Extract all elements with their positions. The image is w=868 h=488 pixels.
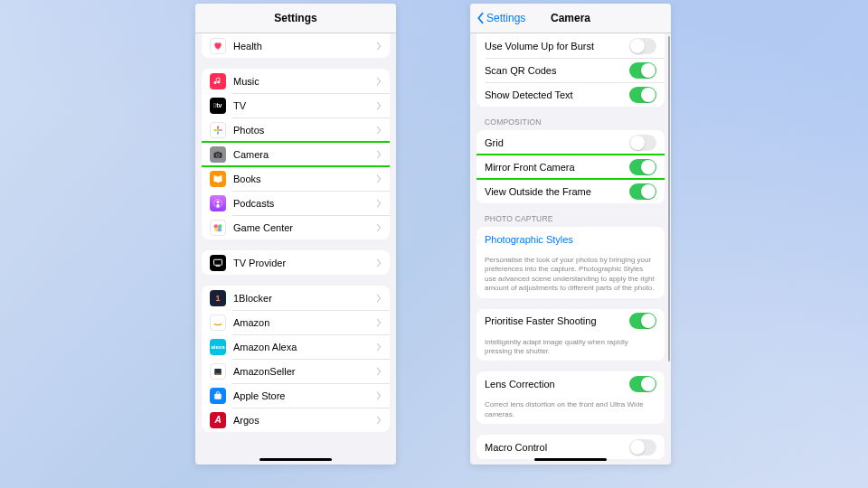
row-health[interactable]: Health — [202, 33, 390, 58]
row-label: Books — [233, 174, 376, 184]
back-label: Settings — [486, 12, 525, 24]
row-photostyles[interactable]: Photographic Styles — [476, 227, 665, 251]
chevron-right-icon — [376, 101, 382, 110]
mirror-toggle[interactable] — [629, 159, 656, 175]
back-button[interactable]: Settings — [476, 12, 525, 24]
nav-title: Settings — [274, 12, 316, 24]
qr-toggle[interactable] — [629, 62, 656, 79]
settings-group: MusictvTVPhotosCameraBooksPodcastsGame … — [202, 69, 390, 239]
chevron-right-icon — [376, 199, 382, 208]
svg-point-10 — [214, 224, 219, 229]
settings-group: Macro Control — [476, 435, 665, 459]
settings-list[interactable]: HealthMusictvTVPhotosCameraBooksPodcast… — [195, 33, 396, 465]
detectedtext-toggle[interactable] — [629, 87, 656, 103]
navbar: Settings — [195, 4, 396, 33]
row-photos[interactable]: Photos — [202, 117, 390, 142]
row-label: AmazonSeller — [233, 366, 376, 377]
row-grid[interactable]: Grid — [476, 130, 665, 155]
lenscorrect-toggle[interactable] — [629, 376, 656, 392]
row-tv[interactable]: tvTV — [202, 93, 390, 117]
outsideframe-toggle[interactable] — [629, 183, 656, 200]
macro-toggle[interactable] — [629, 439, 656, 455]
row-label: Camera — [233, 149, 376, 160]
row-label: Health — [233, 41, 376, 52]
fastershoot-toggle[interactable] — [629, 313, 656, 329]
chevron-right-icon — [376, 150, 382, 159]
row-music[interactable]: Music — [202, 69, 390, 93]
row-macro[interactable]: Macro Control — [476, 435, 665, 459]
row-fastershoot[interactable]: Prioritise Faster Shooting — [476, 309, 665, 333]
chevron-right-icon — [376, 258, 382, 267]
row-books[interactable]: Books — [202, 166, 390, 191]
row-alexa[interactable]: alexaAmazon Alexa — [202, 334, 390, 359]
music-icon — [210, 73, 226, 89]
alexa-icon: alexa — [210, 339, 226, 355]
row-outsideframe[interactable]: View Outside the Frame — [476, 179, 665, 203]
row-label: Podcasts — [233, 198, 376, 209]
row-volumeburst[interactable]: Use Volume Up for Burst — [476, 33, 665, 58]
section-header: PHOTO CAPTURE — [470, 203, 671, 227]
section-header: COMPOSITION — [470, 107, 671, 130]
svg-rect-17 — [214, 393, 222, 399]
chevron-right-icon — [376, 77, 382, 86]
row-label: Grid — [485, 137, 629, 148]
navbar: Settings Camera — [470, 4, 671, 33]
row-label: Lens Correction — [485, 379, 629, 389]
health-icon — [210, 38, 226, 54]
row-note: Intelligently adapt image quality when r… — [476, 333, 665, 361]
svg-point-3 — [213, 128, 217, 130]
gamecenter-icon — [210, 220, 226, 236]
scroll-thumb[interactable] — [668, 36, 670, 361]
row-label: 1Blocker — [233, 293, 376, 304]
settings-group: Lens CorrectionCorrect lens distortion o… — [476, 371, 665, 424]
chevron-right-icon — [376, 391, 382, 400]
grid-toggle[interactable] — [629, 135, 656, 151]
row-lenscorrect[interactable]: Lens Correction — [476, 371, 665, 396]
row-amazon[interactable]: Amazon — [202, 310, 390, 334]
settings-group: Use Volume Up for BurstScan QR CodesShow… — [476, 33, 665, 107]
row-label: Amazon Alexa — [233, 342, 376, 352]
chevron-right-icon — [376, 367, 382, 376]
books-icon — [210, 171, 226, 187]
camera-settings-list[interactable]: Use Volume Up for BurstScan QR CodesShow… — [470, 33, 671, 465]
svg-point-0 — [217, 128, 220, 131]
svg-rect-7 — [217, 151, 220, 153]
row-tvprovider[interactable]: TV Provider — [202, 250, 390, 275]
row-oneblocker[interactable]: 11Blocker — [202, 286, 390, 310]
chevron-left-icon — [476, 12, 485, 24]
nav-title: Camera — [551, 12, 590, 24]
row-argos[interactable]: AArgos — [202, 408, 390, 432]
applestore-icon — [210, 388, 226, 404]
camera-icon — [210, 146, 226, 163]
row-label: Prioritise Faster Shooting — [485, 315, 629, 326]
home-indicator[interactable] — [534, 458, 607, 461]
chevron-right-icon — [376, 42, 382, 51]
row-label: TV — [233, 100, 376, 111]
volumeburst-toggle[interactable] — [629, 38, 656, 54]
row-label: Show Detected Text — [485, 89, 629, 100]
row-camera[interactable]: Camera — [202, 142, 390, 166]
row-label: View Outside the Frame — [485, 186, 629, 197]
row-detectedtext[interactable]: Show Detected Text — [476, 82, 665, 107]
chevron-right-icon — [376, 294, 382, 303]
settings-group: Health — [202, 33, 390, 58]
scroll-track — [668, 34, 670, 378]
row-amazonseller[interactable]: AmazonSeller — [202, 359, 390, 383]
oneblocker-icon: 1 — [210, 290, 226, 306]
row-label: Apple Store — [233, 390, 376, 401]
row-label: Scan QR Codes — [485, 65, 629, 76]
settings-group: Photographic StylesPersonalise the look … — [476, 227, 665, 298]
row-qr[interactable]: Scan QR Codes — [476, 58, 665, 82]
row-label: Game Center — [233, 222, 376, 233]
row-mirror[interactable]: Mirror Front Camera — [476, 155, 665, 179]
tvprovider-icon — [210, 255, 226, 271]
svg-point-4 — [219, 128, 222, 130]
row-label: TV Provider — [233, 258, 376, 268]
chevron-right-icon — [376, 223, 382, 232]
home-indicator[interactable] — [259, 458, 332, 461]
row-gamecenter[interactable]: Game Center — [202, 215, 390, 239]
svg-point-13 — [218, 228, 222, 232]
row-podcasts[interactable]: Podcasts — [202, 191, 390, 215]
settings-group: TV Provider — [202, 250, 390, 275]
row-applestore[interactable]: Apple Store — [202, 383, 390, 408]
